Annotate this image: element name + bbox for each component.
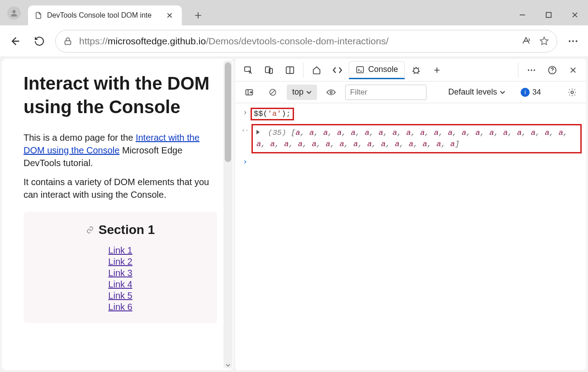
levels-label: Default levels: [448, 87, 497, 97]
svg-point-14: [534, 69, 535, 71]
page-scrollbar[interactable]: [223, 61, 232, 368]
expand-object-icon[interactable]: [256, 130, 260, 134]
console-sidebar-toggle[interactable]: [240, 83, 259, 101]
window-maximize-button[interactable]: [536, 5, 562, 25]
svg-point-20: [571, 91, 574, 94]
scrollbar-thumb[interactable]: [225, 62, 231, 162]
read-aloud-button[interactable]: [521, 36, 531, 47]
console-input-row: › $$('a');: [235, 106, 586, 122]
device-emulation-button[interactable]: [260, 61, 279, 79]
tab-title: DevTools Console tool DOM inte: [47, 11, 164, 19]
execution-context-selector[interactable]: top: [287, 85, 317, 100]
dock-side-button[interactable]: [280, 61, 299, 79]
url-host: microsoftedge.github.io: [108, 36, 206, 47]
page-heading: Interact with the DOM using the Console: [24, 72, 217, 119]
console-prompt-row[interactable]: ›: [235, 155, 586, 168]
section-heading: Section 1: [86, 223, 155, 237]
svg-point-19: [330, 91, 332, 93]
section-link[interactable]: Link 2: [108, 257, 132, 267]
chevron-down-icon: [500, 91, 505, 94]
url-scheme: https://: [79, 36, 108, 47]
svg-rect-6: [245, 67, 251, 71]
section-card: Section 1 Link 1Link 2Link 3Link 4Link 5…: [24, 212, 217, 323]
scroll-down-icon[interactable]: [223, 361, 232, 369]
nav-back-button[interactable]: [3, 29, 27, 53]
favorite-star-button[interactable]: [539, 36, 550, 47]
cmd-semi: ;: [286, 110, 290, 118]
browser-more-button[interactable]: [561, 29, 585, 53]
cmd-arg: 'a': [268, 110, 282, 118]
url-path: /Demos/devtools-console-dom-interactions…: [206, 36, 389, 47]
issues-counter[interactable]: i 34: [515, 85, 546, 100]
page-viewport: Interact with the DOM using the Console …: [2, 59, 233, 370]
browser-toolbar: https://microsoftedge.github.io/Demos/de…: [0, 25, 588, 57]
window-titlebar: DevTools Console tool DOM inte: [0, 0, 588, 25]
client-area: Interact with the DOM using the Console …: [0, 57, 588, 372]
svg-point-11: [414, 68, 419, 73]
nav-refresh-button[interactable]: [27, 29, 52, 53]
section-link[interactable]: Link 3: [108, 268, 132, 278]
output-chevron-icon: ‹·: [240, 124, 251, 134]
divider: [518, 62, 518, 78]
devtools-help-button[interactable]: [543, 61, 562, 79]
svg-rect-2: [65, 41, 71, 44]
more-tabs-button[interactable]: [427, 61, 446, 79]
inspect-element-button[interactable]: [239, 61, 258, 79]
section-link[interactable]: Link 1: [108, 245, 132, 256]
svg-point-4: [572, 40, 574, 42]
issues-count: 34: [532, 88, 541, 97]
section-link[interactable]: Link 4: [108, 279, 132, 290]
svg-rect-10: [357, 67, 364, 72]
array-preview[interactable]: [a, a, a, a, a, a, a, a, a, a, a, a, a, …: [256, 129, 568, 149]
divider: [303, 62, 303, 78]
devtools-settings-button[interactable]: [522, 61, 541, 79]
section-links-list: Link 1Link 2Link 3Link 4Link 5Link 6: [34, 245, 206, 312]
console-output-highlight: (35) [a, a, a, a, a, a, a, a, a, a, a, a…: [251, 124, 582, 153]
svg-point-16: [552, 72, 552, 72]
intro-text-pre: This is a demo page for the: [24, 133, 136, 143]
window-minimize-button[interactable]: [509, 5, 536, 25]
console-tab[interactable]: Console: [349, 61, 405, 79]
console-messages[interactable]: › $$('a'); ‹· (35) [a, a, a, a, a, a, a,…: [235, 103, 586, 370]
site-lock-icon[interactable]: [63, 36, 73, 46]
console-toolbar: top Default levels i 34: [235, 81, 586, 103]
svg-point-3: [569, 40, 570, 42]
address-bar[interactable]: https://microsoftedge.github.io/Demos/de…: [55, 30, 557, 52]
console-filter-input[interactable]: [345, 85, 427, 100]
issues-badge-icon: i: [521, 88, 530, 97]
profile-avatar-button[interactable]: [7, 6, 21, 20]
svg-point-12: [528, 69, 529, 71]
context-label: top: [292, 87, 303, 97]
new-tab-button[interactable]: [189, 6, 207, 24]
browser-tab-active[interactable]: DevTools Console tool DOM inte: [28, 5, 182, 25]
section-title-text: Section 1: [99, 223, 155, 237]
array-length-label: (35): [268, 129, 286, 137]
issues-tab[interactable]: [407, 61, 426, 79]
svg-point-13: [531, 69, 532, 71]
window-controls: [509, 5, 588, 25]
page-description-paragraph: It contains a variety of DOM elements th…: [24, 176, 217, 201]
anchor-link-icon[interactable]: [86, 226, 94, 234]
console-output-row: ‹· (35) [a, a, a, a, a, a, a, a, a, a, a…: [235, 122, 586, 155]
page-intro-paragraph: This is a demo page for the Interact wit…: [24, 131, 217, 169]
window-close-button[interactable]: [562, 5, 588, 25]
live-expression-button[interactable]: [322, 83, 341, 101]
svg-point-5: [576, 40, 578, 42]
console-command-highlight: $$('a');: [251, 108, 294, 120]
clear-console-button[interactable]: [263, 83, 282, 101]
input-chevron-icon: ›: [240, 108, 251, 117]
console-tab-label: Console: [368, 65, 398, 74]
devtools-close-button[interactable]: [564, 61, 583, 79]
page-favicon-icon: [34, 11, 43, 19]
section-link[interactable]: Link 6: [108, 302, 132, 312]
svg-point-0: [13, 10, 16, 13]
elements-tab[interactable]: [328, 61, 347, 79]
tab-close-button[interactable]: [164, 10, 175, 21]
chevron-down-icon: [306, 91, 312, 94]
svg-rect-1: [546, 13, 551, 18]
section-link[interactable]: Link 5: [108, 291, 132, 301]
welcome-tab[interactable]: [307, 61, 326, 79]
log-levels-selector[interactable]: Default levels: [443, 85, 511, 100]
console-settings-button[interactable]: [563, 83, 582, 101]
prompt-chevron-icon: ›: [240, 157, 251, 166]
